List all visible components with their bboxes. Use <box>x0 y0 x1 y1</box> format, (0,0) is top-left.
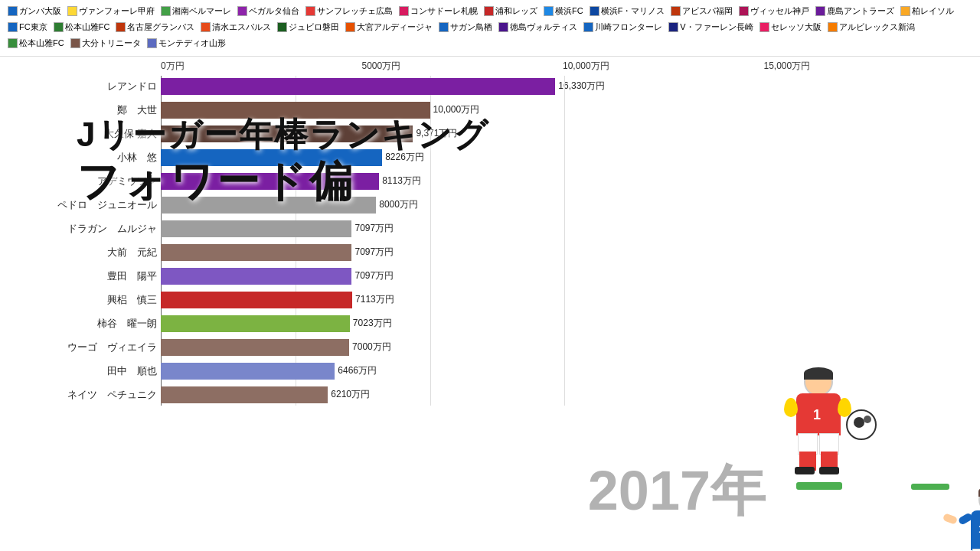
overlay-line2: フォワード偏 <box>77 155 489 207</box>
axis-label: 15,000万円 <box>764 60 965 73</box>
soccer-illustration: 1 10 <box>750 276 965 490</box>
legend-item: コンサドーレ札幌 <box>399 5 478 18</box>
bar-value-label: 6466万円 <box>338 364 377 377</box>
legend-item: 柏レイソル <box>900 5 954 18</box>
legend-item: アルビレックス新潟 <box>828 21 915 34</box>
player-name: ドラガン ムルジャ <box>8 218 157 240</box>
legend-item: 川崎フロンターレ <box>583 21 662 34</box>
player-name: ウーゴ ヴィエイラ <box>8 337 157 358</box>
axis-label: 5000万円 <box>362 60 564 73</box>
legend-item: ジュビロ磐田 <box>277 21 339 34</box>
bar-value-label: 7113万円 <box>355 293 394 306</box>
overlay-title: Jリーガー年棒ランキングフォワード偏 <box>77 115 489 207</box>
legend-item: 浦和レッズ <box>484 5 537 18</box>
legend-item: FC東京 <box>8 21 47 34</box>
legend-item: 湘南ベルマーレ <box>161 5 231 18</box>
table-row: レアンドロ16,330万円 <box>161 76 605 97</box>
table-row: 豊田 陽平7097万円 <box>161 266 605 287</box>
bar <box>161 244 351 261</box>
table-row: 柿谷 曜一朗7023万円 <box>161 313 605 334</box>
bar-value-label: 6210万円 <box>331 388 370 401</box>
legend-item: 横浜FC <box>544 5 583 18</box>
legend-item: ベガルタ仙台 <box>237 5 299 18</box>
chart-legend: ガンバ大阪ヴァンフォーレ甲府湘南ベルマーレベガルタ仙台サンフレッチェ広島コンサド… <box>0 0 980 57</box>
legend-item: セレッソ大阪 <box>760 21 822 34</box>
bar <box>161 220 351 237</box>
bar-value-label: 7000万円 <box>352 341 391 354</box>
bar-value-label: 7097万円 <box>354 246 394 259</box>
legend-item: サガン鳥栖 <box>439 21 492 34</box>
bar <box>161 78 555 95</box>
table-row: ドラガン ムルジャ7097万円 <box>161 218 605 240</box>
bar <box>161 386 328 403</box>
legend-item: 鹿島アントラーズ <box>815 5 894 18</box>
bar <box>161 315 350 332</box>
table-row: 大前 元紀7097万円 <box>161 242 605 263</box>
legend-item: 名古屋グランパス <box>116 21 194 34</box>
table-row: ウーゴ ヴィエイラ7000万円 <box>161 337 605 358</box>
year-label: 2017年 <box>588 455 766 528</box>
player-name: レアンドロ <box>8 76 157 97</box>
legend-item: アビスパ福岡 <box>671 5 733 18</box>
player-name: 大前 元紀 <box>8 242 157 263</box>
table-row: 田中 順也6466万円 <box>161 360 605 382</box>
legend-item: 松本山雅FC <box>8 37 64 51</box>
legend-item: ヴィッセル神戸 <box>739 5 809 18</box>
legend-item: 横浜F・マリノス <box>590 5 665 18</box>
legend-item: モンテディオ山形 <box>147 37 226 51</box>
bar <box>161 363 335 380</box>
player-name: 豊田 陽平 <box>8 266 157 287</box>
legend-item: 大分トリニータ <box>70 37 141 51</box>
table-row: ネイツ ペチュニク6210万円 <box>161 384 605 406</box>
legend-item: 清水エスパルス <box>201 21 271 34</box>
axis-label: 0万円 <box>161 60 362 73</box>
grid-line <box>564 76 565 406</box>
bar-value-label: 7097万円 <box>354 222 394 235</box>
legend-item: ヴァンフォーレ甲府 <box>67 5 155 18</box>
player-name: ネイツ ペチュニク <box>8 384 157 406</box>
axis-label: 10,000万円 <box>563 60 764 73</box>
legend-item: サンフレッチェ広島 <box>305 5 393 18</box>
bar <box>161 292 352 308</box>
table-row: 興梠 慎三7113万円 <box>161 289 605 311</box>
legend-item: 大宮アルディージャ <box>345 21 433 34</box>
bar <box>161 339 349 356</box>
bar-value-label: 16,330万円 <box>558 80 605 93</box>
legend-item: V・ファーレン長崎 <box>668 21 753 34</box>
player-name: 柿谷 曜一朗 <box>8 313 157 334</box>
legend-item: 徳島ヴォルティス <box>498 21 577 34</box>
player-name: 興梠 慎三 <box>8 289 157 311</box>
bar <box>161 268 351 285</box>
player-name: 田中 順也 <box>8 360 157 382</box>
legend-item: 松本山雅FC <box>54 21 110 34</box>
bar-value-label: 7097万円 <box>354 269 394 282</box>
bar-value-label: 7023万円 <box>353 317 392 330</box>
legend-item: ガンバ大阪 <box>8 5 61 18</box>
overlay-line1: Jリーガー年棒ランキング <box>77 115 489 155</box>
axis-labels: 0万円5000万円10,000万円15,000万円 <box>161 60 965 73</box>
